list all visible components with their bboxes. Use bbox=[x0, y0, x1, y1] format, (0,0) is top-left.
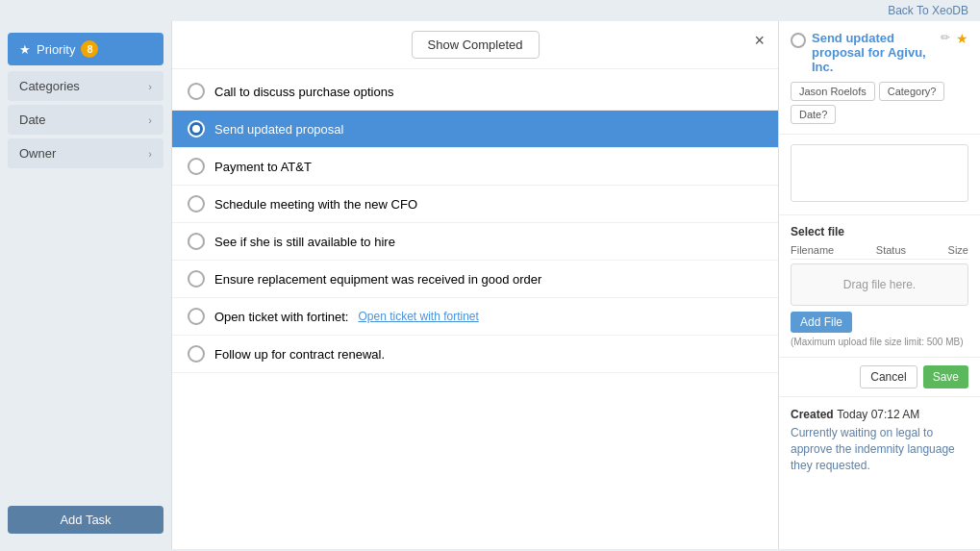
task-item-active[interactable]: Send updated proposal bbox=[172, 111, 778, 148]
sidebar: ★ Priority 8 Categories › Date › Owner ›… bbox=[0, 21, 171, 549]
task-label: Follow up for contract renewal. bbox=[214, 347, 385, 362]
back-to-xeodb-link[interactable]: Back To XeoDB bbox=[888, 4, 968, 17]
add-file-button[interactable]: Add File bbox=[791, 312, 852, 333]
right-panel-title-row: Send updated proposal for Agivu, Inc. ✏ … bbox=[791, 31, 968, 74]
tag-category[interactable]: Category? bbox=[879, 82, 945, 101]
file-table-header: Filename Status Size bbox=[791, 244, 968, 260]
sidebar-item-date[interactable]: Date › bbox=[8, 105, 163, 135]
task-item[interactable]: See if she is still available to hire bbox=[172, 223, 778, 261]
title-checkbox[interactable] bbox=[791, 33, 806, 48]
right-panel: Send updated proposal for Agivu, Inc. ✏ … bbox=[778, 21, 980, 549]
task-item[interactable]: Call to discuss purchase options bbox=[172, 73, 778, 111]
star-icon: ★ bbox=[19, 42, 31, 57]
sidebar-item-categories[interactable]: Categories › bbox=[8, 71, 163, 101]
task-checkbox[interactable] bbox=[188, 308, 205, 325]
task-item[interactable]: Schedule meeting with the new CFO bbox=[172, 186, 778, 223]
chevron-right-icon: › bbox=[148, 81, 152, 92]
task-checkbox[interactable] bbox=[188, 233, 205, 250]
select-file-section: Select file Filename Status Size Drag fi… bbox=[779, 215, 980, 358]
task-label: See if she is still available to hire bbox=[214, 235, 395, 249]
created-label: Created bbox=[791, 408, 834, 421]
star-icon[interactable]: ★ bbox=[956, 31, 968, 46]
task-item[interactable]: Follow up for contract renewal. bbox=[172, 336, 778, 373]
task-item[interactable]: Payment to AT&T bbox=[172, 148, 778, 186]
col-status: Status bbox=[876, 244, 906, 256]
col-filename: Filename bbox=[791, 244, 834, 256]
task-external-link[interactable]: Open ticket with fortinet bbox=[358, 310, 478, 323]
select-file-title: Select file bbox=[791, 225, 968, 238]
task-label: Open ticket with fortinet: bbox=[214, 310, 348, 324]
task-label: Schedule meeting with the new CFO bbox=[214, 197, 417, 212]
chevron-right-icon: › bbox=[148, 148, 152, 160]
categories-label: Categories bbox=[19, 79, 80, 93]
created-section: Created Today 07:12 AM Currently waiting… bbox=[779, 397, 980, 483]
close-button[interactable]: × bbox=[754, 31, 765, 51]
sidebar-item-priority[interactable]: ★ Priority 8 bbox=[8, 33, 163, 65]
main-content: Show Completed × Call to discuss purchas… bbox=[171, 21, 778, 549]
right-panel-header: Send updated proposal for Agivu, Inc. ✏ … bbox=[779, 21, 980, 135]
task-item[interactable]: Ensure replacement equipment was receive… bbox=[172, 261, 778, 298]
owner-label: Owner bbox=[19, 146, 56, 161]
task-label: Ensure replacement equipment was receive… bbox=[214, 272, 541, 287]
notes-textarea[interactable] bbox=[791, 144, 968, 202]
task-list: Call to discuss purchase options Send up… bbox=[172, 69, 778, 549]
edit-icon[interactable]: ✏ bbox=[941, 31, 950, 44]
task-checkbox[interactable] bbox=[188, 158, 205, 175]
priority-badge: 8 bbox=[81, 40, 98, 58]
task-checkbox[interactable] bbox=[188, 345, 205, 363]
priority-label: Priority bbox=[37, 42, 75, 57]
file-limit-text: (Maximum upload file size limit: 500 MB) bbox=[791, 337, 968, 347]
show-completed-button[interactable]: Show Completed bbox=[412, 31, 540, 59]
tag-person[interactable]: Jason Roelofs bbox=[791, 82, 875, 101]
task-checkbox[interactable] bbox=[188, 195, 205, 213]
task-checkbox[interactable] bbox=[188, 83, 205, 100]
notes-section bbox=[779, 135, 980, 215]
drag-file-area[interactable]: Drag file here. bbox=[791, 263, 968, 306]
chevron-right-icon: › bbox=[148, 114, 152, 126]
tag-date[interactable]: Date? bbox=[791, 105, 836, 124]
task-label: Payment to AT&T bbox=[214, 160, 312, 174]
sidebar-item-owner[interactable]: Owner › bbox=[8, 138, 163, 168]
add-task-button[interactable]: Add Task bbox=[8, 506, 163, 534]
file-actions: Cancel Save bbox=[779, 358, 980, 397]
save-button[interactable]: Save bbox=[923, 365, 968, 388]
task-label: Call to discuss purchase options bbox=[214, 85, 393, 99]
task-title-link[interactable]: Send updated proposal for Agivu, Inc. bbox=[812, 31, 935, 74]
task-checkbox[interactable] bbox=[188, 120, 205, 138]
task-label: Send updated proposal bbox=[214, 122, 343, 137]
task-item[interactable]: Open ticket with fortinet: Open ticket w… bbox=[172, 298, 778, 336]
col-size: Size bbox=[948, 244, 968, 256]
task-checkbox[interactable] bbox=[188, 270, 205, 288]
cancel-button[interactable]: Cancel bbox=[860, 365, 917, 388]
created-note: Currently waiting on legal to approve th… bbox=[791, 425, 968, 473]
main-header: Show Completed × bbox=[172, 21, 778, 69]
date-label: Date bbox=[19, 113, 45, 127]
tag-row: Jason Roelofs Category? Date? bbox=[791, 82, 968, 124]
